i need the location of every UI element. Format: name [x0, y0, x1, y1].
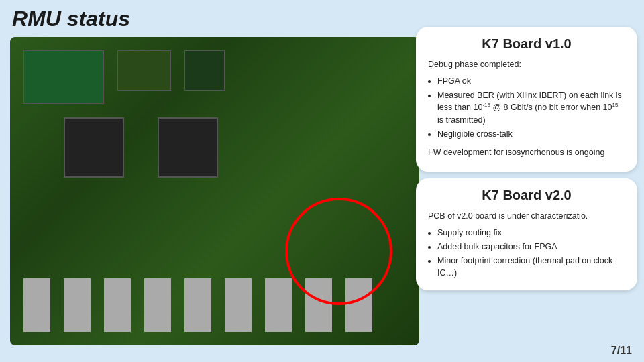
highlight-circle: [285, 198, 392, 305]
v2-card-title: K7 Board v2.0: [428, 188, 625, 203]
v1-card-body: Debug phase completed: FPGA ok Measured …: [428, 58, 625, 158]
v1-bullet-2: Measured BER (with Xilinx IBERT) on each…: [437, 89, 625, 127]
v2-bullet-3: Minor footprint correction (thermal pad …: [437, 255, 625, 280]
v2-bullet-2: Added bulk capacitors for FPGA: [437, 241, 625, 253]
v2-intro: PCB of v2.0 board is under characterizat…: [428, 210, 625, 223]
right-panel: K7 Board v1.0 Debug phase completed: FPG…: [416, 27, 637, 290]
v1-fw-text: FW development for isosyncrhonous is ong…: [428, 146, 625, 159]
v1-card: K7 Board v1.0 Debug phase completed: FPG…: [416, 27, 637, 172]
v1-bullet-3: Negligible cross-talk: [437, 128, 625, 141]
v2-bullet-1: Supply routing fix: [437, 227, 625, 239]
page-number: 7/11: [611, 345, 632, 357]
v1-intro: Debug phase completed:: [428, 58, 625, 71]
v2-card-body: PCB of v2.0 board is under characterizat…: [428, 210, 625, 280]
page-title: RMU status: [12, 7, 130, 32]
v2-card: K7 Board v2.0 PCB of v2.0 board is under…: [416, 178, 637, 290]
v1-bullet-1: FPGA ok: [437, 75, 625, 88]
v1-card-title: K7 Board v1.0: [428, 36, 625, 52]
board-image: [10, 37, 419, 345]
